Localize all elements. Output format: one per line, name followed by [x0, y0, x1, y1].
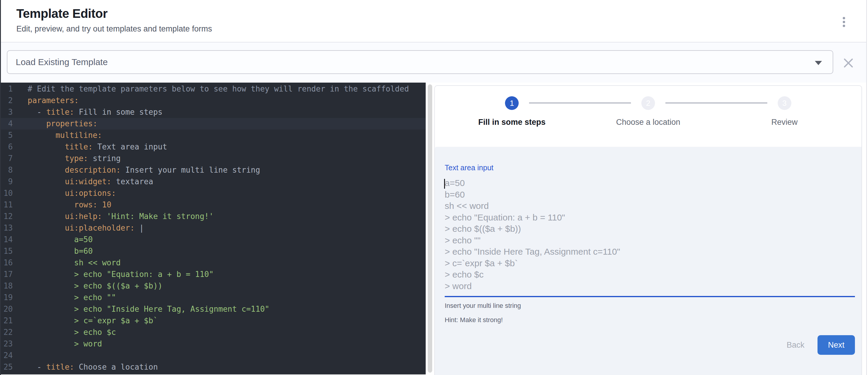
editor-line[interactable]: 22 > echo $c: [1, 326, 426, 338]
placeholder-line: > echo "": [445, 235, 856, 246]
line-number: 3: [1, 106, 13, 118]
preview-card: 1 Fill in some steps 2 Choose a location…: [434, 85, 862, 375]
editor-line[interactable]: 10 ui:options:: [1, 187, 426, 199]
editor-line[interactable]: 20 > echo "Inside Here Tag, Assignment c…: [1, 303, 426, 315]
token-val: textarea: [112, 177, 153, 186]
editor-line[interactable]: 12 ui:help: 'Hint: Make it strong!': [1, 211, 426, 222]
code-text: ui:options:: [28, 187, 116, 199]
code-text: > c=`expr $a + $b`: [28, 315, 158, 326]
token-pun: [28, 177, 65, 186]
editor-line[interactable]: 19 > echo "": [1, 292, 426, 303]
editor-line[interactable]: 21 > c=`expr $a + $b`: [1, 315, 426, 326]
editor-line[interactable]: 11 rows: 10: [1, 199, 426, 211]
code-text: > echo "": [28, 292, 116, 303]
editor-line[interactable]: 17 > echo "Equation: a + b = 110": [1, 269, 426, 280]
token-key: multiline:: [56, 131, 102, 140]
token-key: ui:widget:: [65, 177, 112, 186]
token-str: a=50: [28, 235, 93, 244]
token-com: # Edit the template parameters below to …: [28, 84, 409, 93]
editor-line[interactable]: 15 b=60: [1, 245, 426, 257]
yaml-code-editor[interactable]: 1# Edit the template parameters below to…: [1, 83, 426, 374]
kebab-dot: [843, 17, 845, 19]
token-pun: [28, 119, 46, 128]
token-num: 10: [97, 200, 112, 209]
next-button[interactable]: Next: [817, 335, 855, 355]
token-str: b=60: [28, 247, 93, 255]
line-number: 14: [1, 234, 13, 245]
editor-line[interactable]: 5 multiline:: [1, 130, 426, 141]
load-template-select[interactable]: Load Existing Template: [7, 50, 833, 74]
wizard-buttons: Back Next: [445, 335, 855, 355]
line-number: 10: [1, 187, 13, 199]
token-str: > echo $c: [28, 328, 116, 337]
code-text: properties:: [28, 118, 97, 130]
editor-line[interactable]: 8 description: Insert your multi line st…: [1, 164, 426, 176]
line-number: 6: [1, 141, 13, 153]
token-str: > echo "": [28, 293, 116, 302]
editor-line[interactable]: 24: [1, 350, 426, 361]
step-number-badge: 1: [505, 96, 519, 110]
code-text: sh << word: [28, 257, 121, 269]
back-button[interactable]: Back: [779, 336, 812, 354]
editor-line[interactable]: 14 a=50: [1, 234, 426, 245]
kebab-dot: [843, 21, 845, 23]
code-text: a=50: [28, 234, 93, 245]
page-header: Template Editor Edit, preview, and try o…: [1, 0, 866, 42]
editor-line[interactable]: 13 ui:placeholder: |: [1, 222, 426, 234]
close-x-icon: [842, 56, 855, 70]
step-label: Review: [771, 118, 798, 127]
editor-line[interactable]: 1# Edit the template parameters below to…: [1, 83, 426, 95]
token-pun: [28, 154, 65, 163]
editor-line[interactable]: 2parameters:: [1, 95, 426, 106]
token-key: parameters:: [28, 96, 79, 105]
editor-line[interactable]: 9 ui:widget: textarea: [1, 176, 426, 187]
code-text: rows: 10: [28, 199, 112, 211]
token-key: title:: [46, 363, 74, 371]
token-key: type:: [65, 154, 88, 163]
code-text: - title: Choose a location: [28, 361, 158, 373]
editor-line[interactable]: 7 type: string: [1, 153, 426, 164]
editor-line[interactable]: 6 title: Text area input: [1, 141, 426, 153]
token-pun: -: [28, 107, 46, 117]
token-pun: [28, 223, 65, 232]
line-number: 11: [1, 199, 13, 211]
token-key: title:: [46, 107, 74, 117]
placeholder-line: > word: [445, 281, 856, 292]
line-number: 13: [1, 222, 13, 234]
editor-line[interactable]: 4 properties:: [1, 118, 426, 130]
code-text: ui:placeholder: |: [28, 222, 144, 234]
line-number: 7: [1, 153, 13, 164]
editor-line[interactable]: 23 > word: [1, 338, 426, 350]
multiline-textarea[interactable]: a=50b=60sh << word> echo "Equation: a + …: [445, 178, 856, 292]
more-options-button[interactable]: [838, 14, 850, 30]
code-text: ui:help: 'Hint: Make it strong!': [28, 211, 214, 222]
line-number: 21: [1, 315, 13, 326]
editor-line[interactable]: 3 - title: Fill in some steps: [1, 106, 426, 118]
token-str: > word: [28, 339, 102, 348]
line-number: 8: [1, 164, 13, 176]
line-number: 17: [1, 269, 13, 280]
stepper-step-fill-in-some-steps: 1 Fill in some steps: [444, 96, 580, 127]
code-text: > echo $c: [28, 326, 116, 338]
select-placeholder: Load Existing Template: [16, 57, 108, 67]
editor-line[interactable]: 25 - title: Choose a location: [1, 361, 426, 373]
line-number: 24: [1, 350, 13, 361]
clear-selection-button[interactable]: [842, 56, 855, 70]
line-number: 18: [1, 280, 13, 292]
stepper-step-review: 3 Review: [716, 96, 852, 127]
placeholder-line: > echo $c: [445, 269, 856, 281]
step-number-badge: 2: [641, 96, 655, 110]
editor-line[interactable]: 18 > echo $(($a + $b)): [1, 280, 426, 292]
placeholder-line: a=50: [445, 178, 856, 189]
kebab-dot: [843, 25, 845, 27]
step-label: Fill in some steps: [478, 118, 546, 127]
line-number: 19: [1, 292, 13, 303]
token-val: |: [134, 223, 144, 232]
code-text: b=60: [28, 245, 93, 257]
editor-line[interactable]: 16 sh << word: [1, 257, 426, 269]
code-text: description: Insert your multi line stri…: [28, 164, 260, 176]
code-text: title: Text area input: [28, 141, 167, 153]
stepper: 1 Fill in some steps 2 Choose a location…: [435, 86, 862, 127]
scrollbar-thumb[interactable]: [428, 84, 432, 373]
token-str: sh << word: [28, 258, 121, 267]
